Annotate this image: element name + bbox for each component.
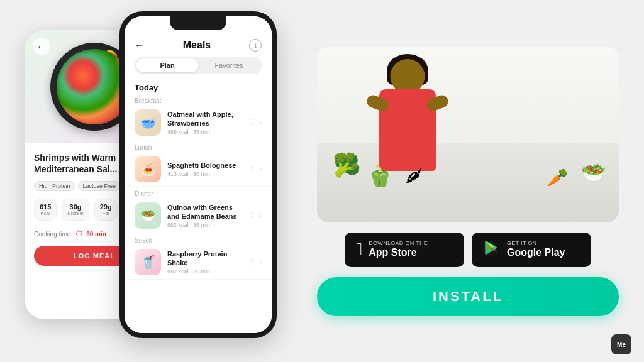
meal-info-spaghetti: Spaghetti Bolognese 413 kcal · 30 min bbox=[167, 161, 243, 177]
section-dinner: Dinner bbox=[125, 187, 272, 199]
nutrition-protein: 30g Protein bbox=[62, 199, 89, 221]
heart-icon-spaghetti[interactable]: ♡ bbox=[249, 165, 256, 173]
meal-item-raspberry[interactable]: 🥤 Raspberry Protein Shake 662 kcal · 36 … bbox=[125, 245, 272, 280]
tag-high-protein: High Protein bbox=[34, 181, 75, 191]
tab-favorites[interactable]: Favorites bbox=[198, 58, 260, 72]
info-icon[interactable]: ℹ bbox=[249, 39, 262, 52]
meal-item-spaghetti[interactable]: 🍝 Spaghetti Bolognese 413 kcal · 30 min … bbox=[125, 152, 272, 187]
person-figure bbox=[345, 59, 470, 222]
tag-lactose-free: Lactose Free bbox=[78, 181, 121, 191]
bottom-logo: Me bbox=[611, 334, 631, 354]
googleplay-text: GET IT ON Google Play bbox=[507, 240, 565, 258]
meal-thumb-quinoa: 🥗 bbox=[135, 202, 161, 229]
meal-name-quinoa: Quinoa with Greens and Edamame Beans bbox=[167, 203, 243, 221]
right-section: 🥦 🫑 🌶 🥕 🥗  Download on the App Store bbox=[317, 47, 619, 316]
meal-name-oatmeal: Oatmeal with Apple, Strawberries bbox=[167, 110, 243, 128]
googleplay-subtitle: GET IT ON bbox=[507, 240, 565, 246]
broccoli-icon: 🥦 bbox=[333, 152, 361, 178]
meal-macros-raspberry: 662 kcal · 36 min bbox=[167, 268, 243, 275]
person-head bbox=[391, 59, 425, 94]
meal-actions-spaghetti: ♡ › bbox=[249, 165, 262, 173]
heart-icon-quinoa[interactable]: ♡ bbox=[249, 211, 256, 220]
meal-name-raspberry: Raspberry Protein Shake bbox=[167, 250, 243, 268]
appstore-badge[interactable]:  Download on the App Store bbox=[345, 233, 464, 267]
day-label: Today bbox=[125, 80, 272, 94]
heart-icon-oatmeal[interactable]: ♡ bbox=[249, 118, 256, 127]
red-pepper-icon: 🫑 bbox=[367, 164, 392, 188]
meal-macros-quinoa: 662 kcal · 36 min bbox=[167, 222, 243, 228]
section-breakfast: Breakfast bbox=[125, 94, 272, 106]
googleplay-icon bbox=[483, 239, 501, 261]
yellow-pepper-icon: 🌶 bbox=[405, 165, 423, 186]
nutrition-kcal: 615 Kcal bbox=[34, 199, 57, 221]
appstore-subtitle: Download on the bbox=[369, 240, 428, 246]
carrot-icon: 🥕 bbox=[547, 167, 569, 188]
appstore-text: Download on the App Store bbox=[369, 240, 428, 258]
meal-item-oatmeal[interactable]: 🥣 Oatmeal with Apple, Strawberries 489 k… bbox=[125, 106, 272, 140]
kitchen-scene: 🥦 🫑 🌶 🥕 🥗 bbox=[317, 47, 619, 222]
meals-back-arrow-icon[interactable]: ← bbox=[135, 40, 145, 51]
store-badges:  Download on the App Store G bbox=[317, 233, 619, 267]
fat-label: Fat bbox=[100, 211, 112, 216]
meal-thumb-raspberry: 🥤 bbox=[135, 249, 161, 275]
tab-plan[interactable]: Plan bbox=[136, 58, 198, 72]
apple-icon:  bbox=[356, 239, 362, 260]
meal-macros-spaghetti: 413 kcal · 30 min bbox=[167, 171, 243, 177]
meals-tabs: Plan Favorites bbox=[135, 57, 262, 74]
meal-actions-quinoa: ♡ › bbox=[249, 211, 262, 220]
meal-info-quinoa: Quinoa with Greens and Edamame Beans 662… bbox=[167, 203, 243, 229]
section-snack: Snack bbox=[125, 233, 272, 245]
chevron-icon-quinoa[interactable]: › bbox=[260, 212, 262, 219]
meal-info-raspberry: Raspberry Protein Shake 662 kcal · 36 mi… bbox=[167, 250, 243, 275]
arm-left bbox=[365, 93, 391, 112]
meals-screen-title: Meals bbox=[183, 40, 211, 51]
meal-macros-oatmeal: 489 kcal · 35 min bbox=[167, 129, 243, 135]
phone-front: ← Meals ℹ Plan Favorites Today Breakfast… bbox=[119, 11, 277, 338]
fat-value: 29g bbox=[100, 203, 112, 211]
appstore-title: App Store bbox=[369, 246, 428, 258]
meal-name-spaghetti: Spaghetti Bolognese bbox=[167, 161, 243, 170]
phones-section: ← 🍤 Shrimps with Warm Mediterranean Sal.… bbox=[25, 11, 314, 351]
phone-front-inner: ← Meals ℹ Plan Favorites Today Breakfast… bbox=[125, 16, 272, 333]
meal-thumb-oatmeal: 🥣 bbox=[135, 109, 161, 136]
install-button[interactable]: INSTALL bbox=[317, 277, 619, 316]
arm-right bbox=[425, 93, 450, 112]
protein-value: 30g bbox=[67, 203, 83, 211]
chevron-icon-oatmeal[interactable]: › bbox=[260, 119, 262, 126]
back-arrow-icon[interactable]: ← bbox=[33, 38, 50, 55]
shrimp-decoration: 🍤 bbox=[94, 46, 122, 73]
cooking-time-label: Cooking time: bbox=[34, 231, 72, 238]
chevron-icon-raspberry[interactable]: › bbox=[260, 259, 262, 266]
meals-header: ← Meals ℹ bbox=[125, 34, 272, 57]
section-lunch: Lunch bbox=[125, 140, 272, 152]
meal-info-oatmeal: Oatmeal with Apple, Strawberries 489 kca… bbox=[167, 110, 243, 136]
cooking-time-value: 30 min bbox=[86, 231, 106, 238]
main-container: ← 🍤 Shrimps with Warm Mediterranean Sal.… bbox=[0, 0, 644, 362]
chevron-icon-spaghetti[interactable]: › bbox=[260, 166, 262, 173]
googleplay-badge[interactable]: GET IT ON Google Play bbox=[472, 233, 591, 267]
protein-label: Protein bbox=[67, 211, 83, 216]
meal-thumb-spaghetti: 🍝 bbox=[135, 156, 161, 182]
nutrition-fat: 29g Fat bbox=[94, 199, 118, 221]
meal-item-quinoa[interactable]: 🥗 Quinoa with Greens and Edamame Beans 6… bbox=[125, 199, 272, 233]
hero-image: 🥦 🫑 🌶 🥕 🥗 bbox=[317, 47, 619, 222]
salad-bowl-icon: 🥗 bbox=[581, 161, 606, 185]
meal-actions-raspberry: ♡ › bbox=[249, 258, 262, 266]
phone-notch bbox=[170, 16, 226, 30]
meal-actions-oatmeal: ♡ › bbox=[249, 118, 262, 127]
person-arms bbox=[367, 97, 448, 112]
googleplay-title: Google Play bbox=[507, 246, 565, 258]
heart-icon-raspberry[interactable]: ♡ bbox=[249, 258, 256, 266]
kcal-value: 615 bbox=[40, 203, 51, 211]
kcal-label: Kcal bbox=[40, 211, 51, 216]
timer-icon: ⏱ bbox=[75, 229, 83, 238]
